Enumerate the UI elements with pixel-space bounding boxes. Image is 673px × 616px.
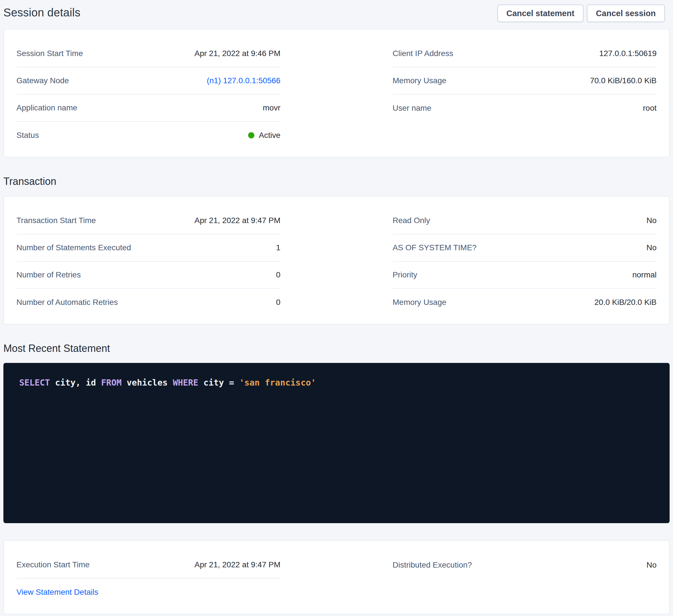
sql-string-literal: 'san francisco' (239, 378, 316, 387)
retries-row: Number of Retries 0 (16, 262, 280, 289)
sql-statement: SELECT city, id FROM vehicles WHERE city… (19, 378, 658, 387)
statement-section-title: Most Recent Statement (3, 342, 673, 354)
user-name-row: User name root (393, 94, 657, 122)
row-label: User name (393, 103, 431, 113)
view-statement-details-row: View Statement Details (16, 579, 280, 606)
view-statement-details-link[interactable]: View Statement Details (16, 588, 98, 597)
row-value: No (646, 243, 657, 252)
row-label: AS OF SYSTEM TIME? (393, 243, 477, 252)
cancel-session-button[interactable]: Cancel session (587, 5, 665, 22)
row-label: Gateway Node (16, 76, 69, 85)
row-label: Read Only (393, 216, 430, 225)
row-value: 127.0.0.1:50619 (599, 49, 657, 58)
execution-summary-card: Execution Start Time Apr 21, 2022 at 9:4… (3, 540, 670, 614)
session-start-time-row: Session Start Time Apr 21, 2022 at 9:46 … (16, 40, 280, 67)
cancel-statement-button[interactable]: Cancel statement (497, 5, 584, 22)
row-label: Priority (393, 270, 417, 279)
execution-card-left-column: Execution Start Time Apr 21, 2022 at 9:4… (16, 552, 280, 606)
row-value: 0 (276, 298, 280, 307)
as-of-system-time-row: AS OF SYSTEM TIME? No (393, 234, 657, 262)
row-label: Transaction Start Time (16, 216, 96, 225)
row-value: Apr 21, 2022 at 9:46 PM (194, 49, 280, 58)
row-label: Execution Start Time (16, 560, 89, 569)
session-card-right-column: Client IP Address 127.0.0.1:50619 Memory… (393, 40, 657, 149)
row-label: Number of Statements Executed (16, 243, 131, 252)
status-row: Status Active (16, 122, 280, 149)
transaction-summary-card: Transaction Start Time Apr 21, 2022 at 9… (3, 196, 670, 324)
row-value: No (646, 216, 657, 225)
session-card-left-column: Session Start Time Apr 21, 2022 at 9:46 … (16, 40, 280, 149)
gateway-node-row: Gateway Node (n1) 127.0.0.1:50566 (16, 67, 280, 94)
row-label: Distributed Execution? (393, 561, 472, 570)
priority-row: Priority normal (393, 262, 657, 289)
sql-text: vehicles (122, 378, 173, 387)
row-value: No (646, 561, 657, 570)
row-value: 20.0 KiB/20.0 KiB (595, 298, 657, 307)
client-ip-row: Client IP Address 127.0.0.1:50619 (393, 40, 657, 67)
header-actions: Cancel statement Cancel session (497, 5, 665, 22)
row-value: Apr 21, 2022 at 9:47 PM (194, 216, 280, 225)
page-header: Session details Cancel statement Cancel … (0, 0, 673, 29)
row-label: Memory Usage (393, 76, 446, 85)
automatic-retries-row: Number of Automatic Retries 0 (16, 289, 280, 316)
row-label: Memory Usage (393, 298, 446, 307)
read-only-row: Read Only No (393, 207, 657, 234)
row-label: Number of Automatic Retries (16, 298, 118, 307)
status-active-icon (248, 132, 254, 138)
row-value: 70.0 KiB/160.0 KiB (590, 76, 657, 85)
row-value: normal (632, 270, 657, 279)
sql-text: city, id (50, 378, 101, 387)
transaction-card-right-column: Read Only No AS OF SYSTEM TIME? No Prior… (393, 207, 657, 316)
transaction-memory-usage-row: Memory Usage 20.0 KiB/20.0 KiB (393, 289, 657, 316)
sql-keyword: FROM (101, 378, 122, 387)
sql-keyword: SELECT (19, 378, 50, 387)
gateway-node-link[interactable]: (n1) 127.0.0.1:50566 (207, 76, 280, 85)
transaction-section-title: Transaction (3, 176, 673, 188)
sql-code-block: SELECT city, id FROM vehicles WHERE city… (3, 363, 670, 523)
row-value: Apr 21, 2022 at 9:47 PM (194, 560, 280, 569)
row-label: Session Start Time (16, 49, 83, 58)
execution-card-right-column: Distributed Execution? No (393, 552, 657, 606)
page-title: Session details (3, 6, 80, 19)
status-badge: Active (248, 131, 280, 140)
transaction-start-time-row: Transaction Start Time Apr 21, 2022 at 9… (16, 207, 280, 234)
row-value: movr (263, 103, 280, 112)
statements-executed-row: Number of Statements Executed 1 (16, 234, 280, 262)
application-name-row: Application name movr (16, 94, 280, 122)
sql-text: city = (198, 378, 239, 387)
row-value: 1 (276, 243, 280, 252)
distributed-execution-row: Distributed Execution? No (393, 552, 657, 579)
row-label: Application name (16, 103, 77, 112)
status-value: Active (259, 131, 280, 140)
row-label: Number of Retries (16, 270, 81, 279)
transaction-card-left-column: Transaction Start Time Apr 21, 2022 at 9… (16, 207, 280, 316)
session-memory-usage-row: Memory Usage 70.0 KiB/160.0 KiB (393, 67, 657, 94)
row-label: Status (16, 131, 39, 140)
session-summary-card: Session Start Time Apr 21, 2022 at 9:46 … (3, 29, 670, 158)
execution-start-time-row: Execution Start Time Apr 21, 2022 at 9:4… (16, 552, 280, 579)
sql-keyword: WHERE (173, 378, 198, 387)
row-value: root (643, 103, 657, 113)
row-value: 0 (276, 270, 280, 279)
row-label: Client IP Address (393, 49, 453, 58)
